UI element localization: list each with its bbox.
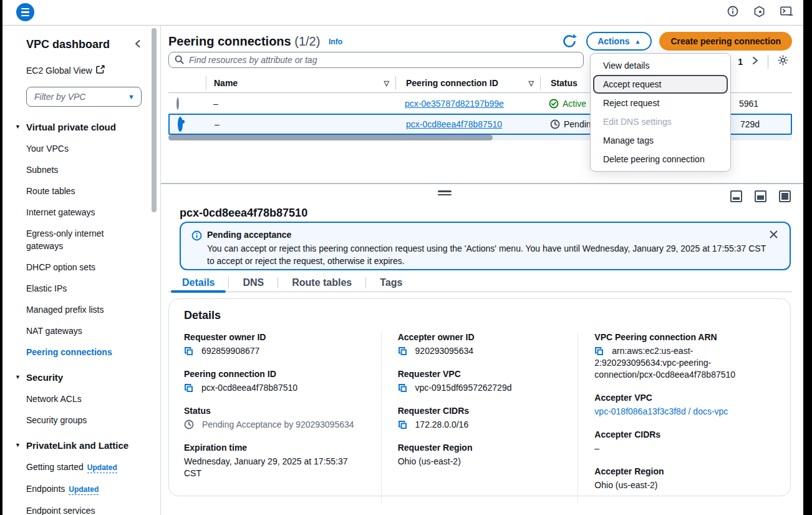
copy-icon[interactable] [184, 346, 193, 356]
sidebar-item-managed-prefix-lists[interactable]: Managed prefix lists [26, 303, 142, 316]
menu-item-view-details[interactable]: View details [591, 56, 730, 75]
truncated-requester-vpc: 729d [740, 119, 760, 129]
actions-button[interactable]: Actions▲ [586, 32, 652, 51]
sidebar-item-security-groups[interactable]: Security groups [26, 414, 142, 426]
tab-dns[interactable]: DNS [229, 274, 278, 292]
top-navigation-bar [2, 0, 803, 26]
scrollbar-thumb[interactable] [168, 135, 493, 140]
field-value: Ohio (us-east-2) [398, 456, 461, 466]
accepter-vpc-link[interactable]: vpc-018f086a13f3c3f8d / docs-vpc [594, 406, 728, 416]
panel-position-full-icon[interactable] [779, 190, 791, 202]
tab-tags[interactable]: Tags [366, 274, 416, 292]
resource-count: (1/2) [294, 34, 320, 48]
filter-by-vpc-select[interactable]: Filter by VPC ▼ [26, 87, 142, 107]
sidebar-item-endpoints[interactable]: EndpointsUpdated [26, 483, 142, 496]
field-value: 172.28.0.0/16 [415, 419, 469, 429]
refresh-button[interactable] [560, 32, 579, 51]
peering-connection-link[interactable]: pcx-0cd8eea4f78b87510 [406, 119, 502, 129]
main-content: Peering connections (1/2) Info Actions▲ … [161, 26, 803, 515]
triangle-down-icon: ▼ [15, 124, 21, 130]
field-label: Requester CIDRs [398, 406, 563, 416]
info-link[interactable]: Info [329, 37, 342, 46]
field-value: 920293095634 [415, 346, 473, 356]
sidebar-item-peering-connections[interactable]: Peering connections [26, 346, 142, 358]
cloudshell-icon[interactable] [780, 6, 793, 19]
cell-name: – [207, 119, 396, 129]
alert-body: You can accept or reject this peering co… [207, 242, 775, 267]
next-page-icon[interactable] [752, 56, 759, 67]
info-icon[interactable] [727, 6, 738, 19]
panel-position-bottom-icon[interactable] [730, 190, 742, 202]
sort-icon[interactable]: ▽ [529, 79, 534, 87]
sidebar-section-vpc[interactable]: ▼ Virtual private cloud [16, 122, 142, 132]
sort-icon[interactable]: ▽ [384, 79, 389, 87]
menu-item-manage-tags[interactable]: Manage tags [591, 131, 730, 150]
sidebar-item-network-acls[interactable]: Network ACLs [26, 393, 142, 405]
sidebar-item-egress-only-internet-gateways[interactable]: Egress-only internet gateways [26, 227, 142, 252]
clock-icon [184, 419, 194, 429]
split-panel-drag-handle[interactable] [437, 190, 453, 197]
sidebar-item-route-tables[interactable]: Route tables [26, 185, 142, 197]
field-label: Status [184, 406, 366, 416]
sidebar-section-security[interactable]: ▼ Security [16, 372, 142, 383]
sidebar-item-getting-started[interactable]: Getting startedUpdated [26, 461, 142, 474]
sidebar-scrollbar[interactable] [152, 28, 157, 212]
detail-tabs: Details DNS Route tables Tags [168, 274, 792, 292]
menu-item-edit-dns-settings: Edit DNS settings [591, 112, 730, 131]
tab-route-tables[interactable]: Route tables [278, 274, 365, 292]
copy-icon[interactable] [398, 383, 407, 393]
split-panel-divider [161, 183, 803, 184]
column-header-name[interactable]: Name ▽ [206, 78, 395, 88]
field-value: Wednesday, January 29, 2025 at 17:55:37 … [184, 456, 348, 478]
copy-icon[interactable] [594, 346, 604, 356]
sidebar-section-privatelink[interactable]: ▼ PrivateLink and Lattice [16, 440, 142, 451]
menu-item-accept-request[interactable]: Accept request [593, 75, 728, 94]
info-circle-icon [191, 230, 202, 243]
field-label: Accepter VPC [594, 393, 760, 403]
cell-name: – [206, 99, 395, 109]
panel-position-half-icon[interactable] [755, 190, 766, 202]
column-header-peering-connection-id[interactable]: Peering connection ID ▽ [396, 78, 540, 88]
tab-details[interactable]: Details [168, 274, 228, 292]
copy-icon[interactable] [398, 420, 407, 429]
sidebar-item-subnets[interactable]: Subnets [26, 164, 142, 176]
sidebar-item-endpoint-services[interactable]: Endpoint services [26, 504, 142, 515]
split-panel-heading: pcx-0cd8eea4f78b87510 [180, 207, 307, 220]
sidebar-item-ec2-global-view[interactable]: EC2 Global View [26, 65, 142, 76]
row-radio-unselected[interactable] [176, 97, 179, 110]
triangle-down-icon: ▼ [15, 374, 21, 380]
sidebar-item-dhcp-option-sets[interactable]: DHCP option sets [26, 261, 142, 273]
field-label: Accepter CIDRs [594, 429, 760, 439]
page-number[interactable]: 1 [738, 57, 743, 67]
sidebar-item-elastic-ips[interactable]: Elastic IPs [26, 282, 142, 295]
field-label: VPC Peering connection ARN [594, 332, 760, 342]
copy-icon[interactable] [184, 383, 193, 393]
peering-connection-link[interactable]: pcx-0e35787d82197b99e [405, 99, 504, 109]
menu-item-reject-request[interactable]: Reject request [591, 94, 730, 112]
close-icon[interactable] [767, 229, 780, 242]
copy-icon[interactable] [398, 346, 407, 356]
search-input[interactable] [168, 52, 584, 68]
field-label: Requester owner ID [184, 332, 366, 342]
pending-acceptance-alert: Pending acceptance You can accept or rej… [180, 222, 791, 270]
field-label: Accepter owner ID [398, 332, 563, 342]
sidebar-item-internet-gateways[interactable]: Internet gateways [26, 206, 142, 218]
amazon-q-icon[interactable] [753, 6, 765, 20]
row-radio-selected[interactable] [178, 117, 183, 132]
hamburger-menu-button[interactable] [16, 3, 34, 21]
sidebar-collapse-icon[interactable] [133, 38, 142, 51]
field-value: pcx-0cd8eea4f78b87510 [201, 383, 297, 393]
truncated-requester-vpc: 5961 [739, 99, 758, 109]
table-settings-gear-icon[interactable] [777, 54, 789, 69]
sidebar-item-nat-gateways[interactable]: NAT gateways [26, 325, 142, 337]
updated-badge: Updated [69, 485, 99, 495]
sidebar-title: VPC dashboard [26, 38, 110, 51]
field-label: Requester VPC [398, 369, 563, 379]
field-value: Pending Acceptance by 920293095634 [202, 419, 354, 429]
menu-item-delete-peering-connection[interactable]: Delete peering connection [591, 150, 730, 169]
sidebar-item-your-vpcs[interactable]: Your VPCs [26, 142, 142, 155]
field-value: arn:aws:ec2:us-east-2:920293095634:vpc-p… [594, 346, 735, 380]
search-icon [175, 55, 184, 67]
details-card-title: Details [169, 309, 790, 322]
create-peering-connection-button[interactable]: Create peering connection [659, 32, 792, 51]
